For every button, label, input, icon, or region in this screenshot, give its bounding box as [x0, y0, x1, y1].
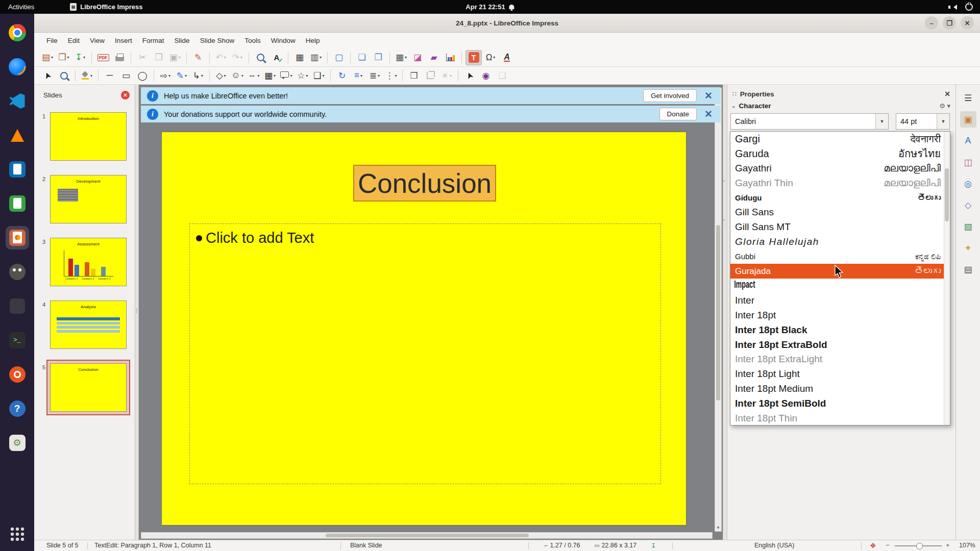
menu-slide-show[interactable]: Slide Show	[195, 34, 240, 47]
notification-close-icon[interactable]: ✕	[704, 90, 713, 102]
dock-vlc-icon[interactable]	[6, 123, 29, 147]
dock-calc-icon[interactable]	[6, 192, 29, 215]
sidebar-hide-strip[interactable]: ⌄ ⌄	[723, 85, 727, 540]
dropdown-arrow-icon[interactable]: ▾	[274, 73, 276, 78]
fontwork-button[interactable]: A	[499, 51, 514, 65]
fit-slide-icon[interactable]: ✥	[870, 542, 876, 549]
panel-scroll-down-icon[interactable]: ⌄	[722, 216, 726, 221]
font-option-inter-18pt-extralight[interactable]: Inter 18pt ExtraLight	[730, 352, 950, 367]
dock-help-icon[interactable]: ?	[6, 397, 29, 420]
connectors-button[interactable]: ↳▾	[190, 68, 206, 83]
insert-image-button[interactable]: ◪	[410, 51, 425, 65]
text-language[interactable]: English (USA)	[754, 542, 795, 549]
print-button[interactable]	[112, 51, 127, 65]
dock-terminal-icon[interactable]: >_	[6, 329, 29, 352]
volume-icon[interactable]	[951, 5, 957, 10]
distribute-button[interactable]: ⋮▾	[383, 68, 399, 83]
activities-button[interactable]: Activities	[8, 3, 34, 11]
zoom-percentage[interactable]: 107%	[959, 542, 975, 549]
start-from-first-slide-button[interactable]: ❏	[354, 51, 370, 65]
dropdown-arrow-icon[interactable]: ▾	[224, 55, 226, 60]
dropdown-arrow-icon[interactable]: ▾	[51, 55, 53, 60]
sidebar-tab-properties[interactable]: ▣	[960, 111, 976, 128]
sidebar-tab-master-slides[interactable]: ▤	[960, 261, 976, 278]
dock-files-icon[interactable]	[6, 294, 29, 318]
sidebar-tab-sidebar-settings[interactable]: ☰	[960, 90, 976, 106]
font-option-gill-sans[interactable]: Gill Sans	[730, 205, 950, 220]
dropdown-arrow-icon[interactable]: ▾	[290, 73, 292, 78]
basic-shapes-button[interactable]: ◇▾	[213, 68, 229, 83]
flowchart-button[interactable]: ▦▾	[262, 68, 278, 83]
filter-button[interactable]: ✶▾	[439, 68, 454, 83]
dropdown-arrow-icon[interactable]: ▾	[378, 73, 380, 78]
power-icon[interactable]	[965, 3, 973, 11]
font-option-inter-18pt-thin[interactable]: Inter 18pt Thin	[730, 411, 950, 425]
insert-table-button[interactable]: ▦▾	[394, 51, 409, 65]
font-option-gargi[interactable]: Gargiदेवनागरी	[730, 132, 950, 146]
vertical-scrollbar[interactable]: ▲ ▼	[715, 88, 722, 532]
font-option-gill-sans-mt[interactable]: Gill Sans MT	[730, 220, 950, 235]
dock-impress-icon[interactable]	[6, 226, 29, 249]
zoom-out-icon[interactable]: −	[886, 542, 889, 549]
start-from-current-slide-button[interactable]: ❐	[371, 51, 386, 65]
new-presentation-button[interactable]: ▤▾	[40, 51, 55, 65]
sidebar-tab-shapes[interactable]: ◇	[960, 197, 976, 213]
font-option-inter-18pt-medium[interactable]: Inter 18pt Medium	[730, 382, 950, 396]
slide-canvas[interactable]: Conclusion Click to add Text	[161, 132, 687, 525]
slide-thumbnail-4[interactable]: Analysis	[50, 300, 127, 349]
show-draw-functions-button[interactable]: ▢	[331, 51, 347, 65]
spelling-button[interactable]: A	[269, 51, 284, 65]
slide-content-placeholder[interactable]: Click to add Text	[189, 223, 661, 484]
dropdown-arrow-icon[interactable]: ▾	[405, 55, 407, 60]
font-option-inter-18pt-extrabold[interactable]: Inter 18pt ExtraBold	[730, 337, 950, 352]
rotate-button[interactable]: ↻	[334, 68, 350, 83]
menu-insert[interactable]: Insert	[110, 34, 137, 47]
dock-chrome-icon[interactable]	[6, 21, 29, 44]
menu-file[interactable]: File	[41, 34, 63, 47]
sidebar-tab-animation[interactable]: ✦	[960, 240, 976, 256]
dropdown-arrow-icon[interactable]: ▾	[224, 73, 226, 78]
block-arrows-button[interactable]: ⇔▾	[246, 68, 261, 83]
window-titlebar[interactable]: 24_8.pptx - LibreOffice Impress – ❐ ✕	[34, 14, 980, 33]
properties-close-icon[interactable]: ✕	[944, 90, 950, 98]
dropdown-arrow-icon[interactable]: ▾	[395, 73, 397, 78]
dropdown-arrow-icon[interactable]: ▾	[493, 55, 495, 60]
dropdown-arrow-icon[interactable]: ▾	[83, 55, 85, 60]
export-pdf-button[interactable]: PDF	[95, 51, 111, 65]
font-option-inter-18pt[interactable]: Inter 18pt	[730, 308, 950, 323]
save-button[interactable]: ↧▾	[72, 51, 88, 65]
dropdown-arrow-icon[interactable]: ▾	[241, 73, 243, 78]
vertical-scroll-thumb[interactable]	[716, 225, 720, 400]
zoom-in-icon[interactable]: +	[946, 542, 949, 549]
sidebar-tab-gallery[interactable]: ◫	[960, 154, 976, 170]
dropdown-arrow-icon[interactable]: ▾	[240, 55, 242, 60]
slide-layout-name[interactable]: Blank Slide	[350, 542, 382, 549]
slide-title-textbox[interactable]: Conclusion	[353, 165, 496, 202]
insert-media-button[interactable]: ▰	[426, 51, 442, 65]
symbol-shapes-button[interactable]: ☺▾	[230, 68, 245, 83]
slide-thumbnail-5[interactable]: Conclusion	[50, 363, 127, 412]
edit-points-button[interactable]: ➤	[462, 68, 477, 83]
dropdown-arrow-icon[interactable]: ▾	[168, 73, 170, 78]
zoom-slider[interactable]	[895, 545, 942, 546]
font-option-gayathri[interactable]: Gayathriമലയാളലിപി	[730, 161, 950, 176]
menu-slide[interactable]: Slide	[169, 34, 195, 47]
cut-button[interactable]: ✂	[135, 51, 150, 65]
chevron-down-icon[interactable]: ⌄	[731, 103, 736, 109]
font-option-inter-18pt-light[interactable]: Inter 18pt Light	[730, 367, 950, 382]
3d-objects-button[interactable]: ❑▾	[311, 68, 327, 83]
gear-icon[interactable]: ⚙ ▾	[939, 102, 950, 110]
dropdown-arrow-icon[interactable]: ▾	[306, 73, 308, 78]
menu-help[interactable]: Help	[301, 34, 325, 47]
copy-button[interactable]: ❐	[151, 51, 166, 65]
dropdown-arrow-icon[interactable]: ▾	[201, 73, 203, 78]
slides-panel-close-icon[interactable]: ✕	[121, 91, 130, 99]
dropdown-arrow-icon[interactable]: ▾	[360, 73, 362, 78]
select-button[interactable]: ➤	[40, 68, 55, 83]
font-name-combobox[interactable]: Calibri ▼	[730, 113, 889, 130]
menu-view[interactable]: View	[85, 34, 110, 47]
dropdown-arrow-icon[interactable]: ▾	[185, 73, 187, 78]
font-option-gloria-hallelujah[interactable]: Gloria Hallelujah	[730, 235, 950, 249]
panel-splitter[interactable]	[135, 85, 139, 540]
stars-and-banners-button[interactable]: ☆▾	[295, 68, 310, 83]
